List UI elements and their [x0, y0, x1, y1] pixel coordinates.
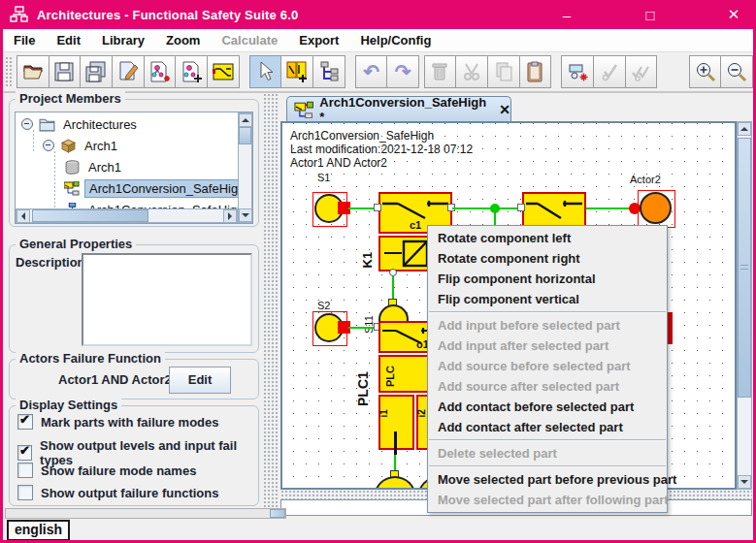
c2-left-connector[interactable] — [517, 204, 525, 211]
undo-button[interactable]: ↶ — [355, 55, 388, 88]
tree-horizontal-scrollbar[interactable] — [16, 208, 238, 223]
component-icon — [212, 60, 235, 83]
double-floppy-icon — [84, 60, 108, 83]
menu-item-add-input-before: Add input before selected part — [428, 315, 667, 335]
menu-item-add-contact-after[interactable]: Add contact after selected part — [428, 417, 667, 437]
left-bottom-scrollbar[interactable] — [5, 508, 286, 519]
open-button[interactable] — [16, 55, 49, 88]
accept-all-button — [625, 55, 658, 88]
component-button[interactable] — [207, 55, 240, 88]
show-output-levels-checkbox[interactable] — [17, 445, 32, 461]
menu-item-flip-vertical[interactable]: Flip component vertical — [428, 289, 667, 309]
tab-close-icon[interactable]: ✕ — [499, 102, 510, 117]
i1-pin — [394, 431, 397, 455]
scroll-down-arrow[interactable] — [239, 208, 252, 222]
deselect-icon — [566, 60, 589, 83]
scroll-up-arrow[interactable] — [738, 122, 751, 136]
expand-toggle-icon[interactable] — [21, 118, 33, 130]
toolbar-grip[interactable] — [5, 56, 12, 87]
option-mark-parts: Mark parts with failure modes — [17, 414, 219, 430]
s1-label: S1 — [317, 172, 330, 183]
component-icon — [64, 181, 81, 196]
show-failure-mode-names-checkbox[interactable] — [17, 463, 33, 478]
language-selector[interactable]: english — [7, 520, 70, 541]
save-button[interactable] — [49, 55, 82, 88]
i1-label: i1 — [378, 399, 389, 418]
deselect-button[interactable] — [561, 55, 594, 88]
redo-button[interactable]: ↷ — [386, 55, 419, 88]
toolbar: ↶ ↷ — [3, 52, 753, 93]
mark-parts-checkbox[interactable] — [17, 414, 33, 430]
magnifier-plus-icon — [694, 60, 717, 83]
tree-item-arch1conversion-safehigh[interactable]: Arch1Conversion_SafeHigh — [64, 178, 249, 198]
hierarchy-button[interactable] — [312, 55, 345, 88]
wire-c1-c2 — [452, 208, 522, 209]
tab-arch1conversion-safehigh[interactable]: Arch1Conversion_SafeHigh * ✕ — [286, 96, 511, 122]
new-architecture-button[interactable] — [175, 55, 208, 88]
add-component-button[interactable] — [280, 55, 313, 88]
k1-bottom-connector[interactable] — [389, 269, 397, 276]
maximize-button[interactable]: □ — [628, 0, 673, 29]
tree-item-architectures[interactable]: Architectures — [21, 114, 141, 134]
edit-failure-function-button[interactable]: Edit — [169, 367, 231, 394]
tree-item-arch1[interactable]: Arch1 — [43, 136, 121, 155]
accept-button — [593, 55, 626, 88]
close-button[interactable]: ✕ — [711, 0, 756, 29]
zoom-out-button[interactable] — [720, 55, 753, 88]
diagram-delete-icon — [148, 60, 171, 83]
menu-item-add-contact-before[interactable]: Add contact before selected part — [428, 397, 667, 417]
tree-hscroll-thumb[interactable] — [32, 209, 148, 222]
diagram-add-icon — [180, 60, 203, 83]
left-hscroll-thumb[interactable] — [270, 509, 285, 518]
option-show-output-failure-functions: Show output failure functions — [17, 485, 218, 500]
expand-toggle-icon[interactable] — [43, 140, 54, 151]
application-window: Architectures - Functional Safety Suite … — [0, 0, 756, 543]
minimize-button[interactable]: – — [544, 0, 589, 29]
package-icon — [60, 139, 77, 153]
tree-vertical-scrollbar[interactable] — [238, 112, 252, 223]
window-title: Architectures - Functional Safety Suite … — [37, 8, 298, 22]
context-menu: Rotate component left Rotate component r… — [427, 225, 668, 513]
actor2[interactable] — [640, 192, 672, 224]
menu-bar: File Edit Library Zoom Calculate Export … — [3, 29, 753, 52]
edit-architecture-button[interactable] — [112, 55, 145, 88]
menu-edit[interactable]: Edit — [46, 33, 91, 48]
sensor1[interactable] — [374, 476, 416, 490]
menu-item-rotate-right[interactable]: Rotate component right — [428, 248, 667, 269]
double-check-icon — [629, 60, 652, 83]
zoom-in-button[interactable] — [689, 55, 722, 88]
project-members-title: Project Members — [16, 91, 125, 106]
menu-zoom[interactable]: Zoom — [155, 33, 211, 48]
menu-item-move-before-previous[interactable]: Move selected part before previous part — [428, 469, 667, 490]
save-all-button[interactable] — [80, 55, 113, 88]
i2-label: i2 — [416, 399, 427, 418]
menu-export[interactable]: Export — [288, 33, 349, 48]
show-output-failure-functions-checkbox[interactable] — [17, 485, 33, 500]
menu-item-rotate-left[interactable]: Rotate component left — [428, 228, 667, 248]
pointer-button[interactable] — [249, 55, 282, 88]
paste-button[interactable] — [519, 55, 552, 88]
menu-help-config[interactable]: Help/Config — [349, 33, 442, 48]
tab-title: Arch1Conversion_SafeHigh * — [319, 95, 489, 124]
project-tree[interactable]: Architectures Arch1 Arch1 Arch1Conversio… — [15, 112, 253, 224]
menu-item-flip-horizontal[interactable]: Flip component horizontal — [428, 269, 667, 289]
tree-vscroll-thumb[interactable] — [239, 127, 251, 144]
description-textarea[interactable] — [82, 253, 252, 346]
vertical-splitter[interactable] — [263, 93, 278, 508]
copy-button — [487, 55, 520, 88]
k1-label: K1 — [360, 240, 375, 269]
c1-left-connector[interactable] — [374, 204, 381, 211]
canvas-vertical-scrollbar[interactable] — [737, 121, 752, 490]
menu-library[interactable]: Library — [91, 33, 155, 48]
scroll-down-arrow[interactable] — [738, 475, 751, 489]
menu-file[interactable]: File — [3, 33, 46, 48]
tree-item-arch1-db[interactable]: Arch1 — [64, 157, 125, 176]
scroll-right-arrow[interactable] — [223, 209, 237, 223]
project-members-group: Project Members Architectures Arch1 Arch… — [9, 99, 259, 227]
delete-architecture-button[interactable] — [144, 55, 177, 88]
undo-arrow-icon: ↶ — [363, 62, 379, 81]
scroll-up-arrow[interactable] — [239, 113, 252, 127]
actors-failure-function-group: Actors Failure Function Actor1 AND Actor… — [9, 359, 259, 399]
scroll-left-arrow[interactable] — [16, 209, 30, 223]
canvas-vscroll-thumb[interactable] — [738, 138, 751, 398]
